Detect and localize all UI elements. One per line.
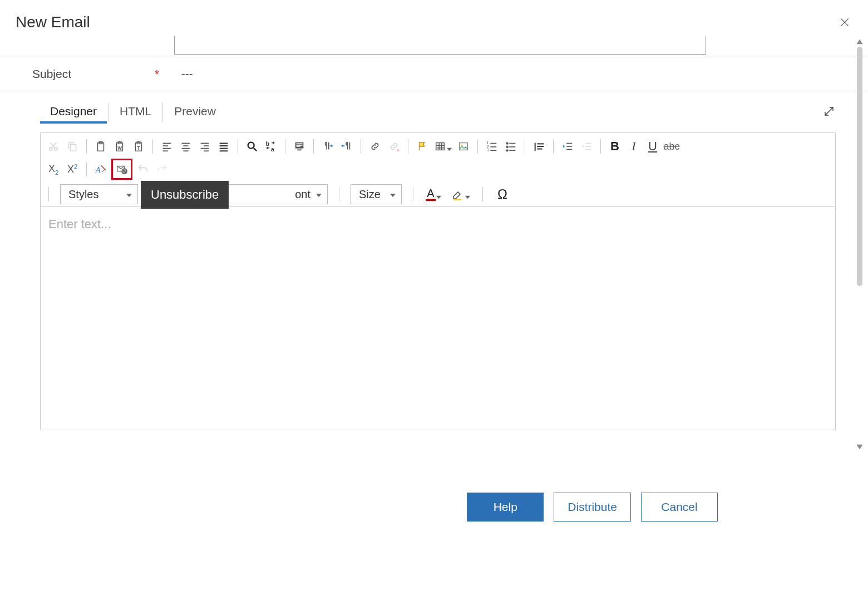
replace-icon[interactable]: ba <box>263 138 279 155</box>
svg-marker-81 <box>436 195 441 198</box>
svg-marker-48 <box>447 147 452 150</box>
svg-rect-38 <box>297 145 303 146</box>
highlight-color-icon[interactable] <box>450 186 471 203</box>
distribute-button[interactable]: Distribute <box>554 493 631 522</box>
find-icon[interactable] <box>244 138 260 155</box>
subject-label: Subject <box>32 67 155 81</box>
required-asterisk: * <box>155 68 159 81</box>
scroll-up-arrow[interactable] <box>856 38 864 46</box>
subject-row: Subject * --- <box>0 57 868 92</box>
flag-icon[interactable] <box>414 138 431 155</box>
rtl-icon[interactable] <box>338 138 355 155</box>
scrollbar[interactable] <box>857 47 862 446</box>
tab-html[interactable]: HTML <box>110 101 161 124</box>
align-right-icon[interactable] <box>196 138 213 155</box>
svg-marker-83 <box>465 195 470 198</box>
editor-container: W T ba 123 <box>40 132 836 430</box>
outdent-icon <box>578 138 595 155</box>
tab-preview[interactable]: Preview <box>164 101 226 124</box>
svg-point-61 <box>506 150 508 151</box>
svg-point-57 <box>506 142 508 144</box>
image-icon[interactable] <box>455 138 472 155</box>
bold-icon[interactable]: B <box>606 138 623 155</box>
svg-rect-7 <box>70 144 76 151</box>
text-color-icon[interactable]: A <box>425 186 442 203</box>
bullet-list-icon[interactable] <box>502 138 519 155</box>
svg-line-33 <box>254 148 257 151</box>
unsubscribe-icon[interactable] <box>114 161 130 178</box>
help-button[interactable]: Help <box>467 493 544 522</box>
clear-format-icon[interactable]: A <box>92 161 109 178</box>
unlink-icon <box>386 138 402 155</box>
unsubscribe-button-highlight <box>111 159 132 180</box>
svg-line-74 <box>101 165 106 170</box>
svg-text:W: W <box>117 146 122 151</box>
svg-rect-39 <box>297 146 300 147</box>
numbered-list-icon[interactable]: 123 <box>484 138 500 155</box>
table-icon[interactable] <box>433 138 453 155</box>
align-center-icon[interactable] <box>177 138 194 155</box>
editor-body[interactable]: Enter text... <box>41 207 835 430</box>
svg-rect-40 <box>297 150 301 151</box>
svg-line-2 <box>825 107 833 115</box>
svg-rect-43 <box>436 143 445 150</box>
unsubscribe-tooltip: Unsubscribe <box>141 181 229 209</box>
svg-text:3: 3 <box>487 148 489 152</box>
svg-marker-85 <box>856 445 862 449</box>
svg-marker-78 <box>126 194 132 197</box>
paste-icon[interactable] <box>92 138 109 155</box>
redo-icon <box>154 161 170 178</box>
align-left-icon[interactable] <box>159 138 175 155</box>
underline-icon[interactable]: U <box>644 138 661 155</box>
partial-input-above[interactable] <box>174 36 706 55</box>
undo-icon <box>135 161 151 178</box>
svg-marker-84 <box>856 40 862 44</box>
subscript-icon[interactable]: X2 <box>45 161 62 178</box>
svg-point-59 <box>506 146 508 148</box>
close-button[interactable] <box>837 14 852 30</box>
tab-separator <box>162 103 163 122</box>
templates-icon[interactable] <box>291 138 308 155</box>
styles-dropdown[interactable]: Styles <box>60 184 138 204</box>
paste-text-icon[interactable]: T <box>130 138 147 155</box>
svg-marker-80 <box>390 194 396 197</box>
svg-rect-37 <box>297 144 303 145</box>
scroll-thumb[interactable] <box>857 47 862 286</box>
superscript-icon[interactable]: X2 <box>64 161 81 178</box>
tab-designer[interactable]: Designer <box>40 101 107 124</box>
italic-icon[interactable]: I <box>625 138 642 155</box>
svg-text:b: b <box>266 141 269 147</box>
cut-icon <box>45 138 62 155</box>
svg-point-32 <box>248 142 254 149</box>
copy-icon <box>64 138 81 155</box>
editor-placeholder: Enter text... <box>48 217 111 231</box>
paste-word-icon[interactable]: W <box>111 138 128 155</box>
strikethrough-icon[interactable]: abc <box>663 138 680 155</box>
svg-rect-82 <box>453 199 461 200</box>
expand-icon[interactable] <box>822 105 836 120</box>
special-char-icon[interactable]: Ω <box>494 186 511 203</box>
svg-text:A: A <box>95 165 101 174</box>
align-justify-icon[interactable] <box>215 138 232 155</box>
subject-value[interactable]: --- <box>181 67 193 81</box>
page-title: New Email <box>16 13 90 31</box>
scroll-down-arrow[interactable] <box>856 443 864 451</box>
size-dropdown[interactable]: Size <box>351 184 402 204</box>
indent-icon[interactable] <box>559 138 576 155</box>
svg-text:T: T <box>137 146 140 151</box>
cancel-button[interactable]: Cancel <box>641 493 718 522</box>
size-dropdown-label: Size <box>359 188 381 201</box>
svg-text:a: a <box>271 146 274 153</box>
blockquote-icon[interactable] <box>531 138 548 155</box>
svg-rect-36 <box>295 142 304 149</box>
tab-separator <box>108 103 108 122</box>
svg-rect-49 <box>460 143 468 150</box>
svg-marker-79 <box>316 194 322 197</box>
ltr-icon[interactable] <box>319 138 336 155</box>
styles-dropdown-label: Styles <box>68 188 98 201</box>
link-icon[interactable] <box>367 138 383 155</box>
editor-toolbar: W T ba 123 <box>41 133 835 207</box>
